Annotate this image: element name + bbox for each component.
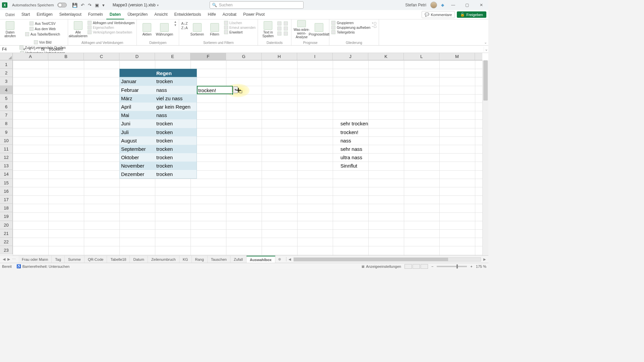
col-header[interactable]: B [48, 53, 84, 60]
table-row[interactable]: Januartrocken [119, 77, 197, 85]
camera-icon[interactable]: ▣ [95, 3, 99, 8]
sheet-nav-more-icon[interactable]: ⋯ [12, 257, 16, 261]
view-layout-icon[interactable] [413, 264, 420, 269]
row-header[interactable]: 15 [0, 179, 13, 187]
tab-formeln[interactable]: Formeln [85, 10, 106, 19]
diamond-icon[interactable]: ◆ [441, 3, 444, 7]
filename-label[interactable]: Mappe3 (version 1).xlsb▾ [113, 3, 159, 7]
minimize-button[interactable]: — [448, 3, 458, 7]
col-header[interactable]: L [404, 53, 439, 60]
ribbon-item[interactable]: Von Bild [34, 40, 52, 44]
flash-fill-icon[interactable] [277, 21, 281, 25]
selected-cell[interactable]: trocken! [197, 86, 233, 94]
table-row[interactable]: Junitrocken [119, 119, 197, 128]
row-header[interactable]: 3 [0, 77, 13, 85]
formula-input[interactable]: trocken! [47, 47, 484, 52]
tab-ansicht[interactable]: Ansicht [151, 10, 171, 19]
sort-button[interactable]: Sortieren [189, 20, 205, 39]
table-row[interactable]: Septembertrocken [119, 145, 197, 153]
tab-power pivot[interactable]: Power Pivot [240, 10, 268, 19]
currencies-button[interactable]: Währungen [156, 20, 172, 39]
sheet-tab[interactable]: Tauschen [208, 256, 230, 263]
row-header[interactable]: 20 [0, 221, 13, 229]
vertical-scrollbar[interactable] [482, 60, 488, 255]
row-header[interactable]: 17 [0, 195, 13, 204]
row-header[interactable]: 23 [0, 246, 13, 254]
row-header[interactable]: 7 [0, 111, 13, 119]
list-item[interactable]: sehr trocken [340, 119, 368, 128]
search-input[interactable]: 🔍 Suchen [210, 1, 304, 9]
accessibility-icon[interactable]: ♿ [16, 264, 21, 268]
splitter-icon[interactable]: ┆ [285, 257, 287, 261]
row-headers[interactable]: 1234567891011121314151617181920212223 [0, 60, 13, 255]
forecast-button[interactable]: Prognoseblatt [311, 20, 327, 39]
list-item[interactable]: trocken! [340, 128, 368, 136]
save-icon[interactable]: 💾 [72, 3, 77, 8]
row-header[interactable]: 1 [0, 60, 13, 69]
dropdown-handle-icon[interactable]: ▼ [233, 86, 238, 93]
sort-desc-icon[interactable]: Z↓A [181, 26, 188, 30]
share-button[interactable]: 🔓Freigeben [457, 11, 486, 18]
sheet-tab[interactable]: Zufall [230, 256, 247, 263]
select-all-corner[interactable] [0, 53, 13, 60]
row-header[interactable]: 8 [0, 119, 13, 128]
redo-icon[interactable]: ↷ [88, 3, 92, 8]
tab-entwicklertools[interactable]: Entwicklertools [171, 10, 205, 19]
row-header[interactable]: 21 [0, 229, 13, 238]
get-data-button[interactable]: Daten abrufen [2, 20, 18, 39]
ribbon-collapse-icon[interactable]: ⌄ [484, 40, 487, 45]
relations-icon[interactable] [277, 32, 281, 36]
sort-asc-icon[interactable]: A↓Z [181, 21, 188, 25]
col-header[interactable]: D [119, 53, 155, 60]
filter-button[interactable]: Filtern [207, 20, 223, 39]
col-header[interactable]: H [262, 53, 297, 60]
stocks-button[interactable]: Aktien [139, 20, 155, 39]
row-header[interactable]: 4 [0, 86, 13, 94]
row-header[interactable]: 18 [0, 204, 13, 212]
view-break-icon[interactable] [421, 264, 428, 269]
sheet-nav-next-icon[interactable]: ▶ [7, 257, 10, 261]
col-header[interactable]: M [439, 53, 475, 60]
sheet-tab[interactable]: Rang [192, 256, 208, 263]
ribbon-item[interactable]: Aus Text/CSV [30, 21, 56, 25]
status-accessibility[interactable]: Barrierefreiheit: Untersuchen [22, 264, 70, 268]
display-settings-label[interactable]: Anzeigeeinstellungen [366, 264, 401, 268]
col-header[interactable]: K [368, 53, 404, 60]
row-header[interactable]: 2 [0, 69, 13, 77]
tab-start[interactable]: Start [18, 10, 33, 19]
sheet-tab[interactable]: Datum [130, 256, 148, 263]
data-val-icon[interactable] [277, 26, 281, 31]
col-header[interactable]: A [13, 53, 48, 60]
ribbon-item[interactable]: Aus dem Web [30, 27, 56, 31]
table-row[interactable]: Oktobertrocken [119, 153, 197, 162]
text-to-columns-button[interactable]: Text in Spalten [260, 20, 276, 39]
row-header[interactable]: 6 [0, 103, 13, 111]
zoom-in-icon[interactable]: + [470, 264, 472, 268]
ribbon-item[interactable]: Abfragen und Verbindungen [88, 21, 135, 25]
ribbon-item[interactable]: Teilergebnis [331, 30, 370, 34]
new-sheet-button[interactable]: ⊕ [275, 257, 284, 261]
refresh-all-button[interactable]: Alle aktualisieren [70, 20, 86, 39]
data-model-icon[interactable] [284, 32, 288, 36]
list-item[interactable]: Sinnflut [340, 162, 368, 170]
username-label[interactable]: Stefan Petri [405, 3, 426, 7]
sheet-tab[interactable]: Tag [52, 256, 65, 263]
table-row[interactable]: Augusttrocken [119, 136, 197, 145]
row-header[interactable]: 22 [0, 238, 13, 246]
sheet-tab[interactable]: Auswahlbox [247, 256, 275, 263]
row-header[interactable]: 5 [0, 94, 13, 103]
sheet-tab[interactable]: Zeilenumbruch [148, 256, 179, 263]
sheet-nav-prev-icon[interactable]: ◀ [3, 257, 5, 261]
list-item[interactable]: sehr nass [340, 145, 368, 153]
list-item[interactable]: nass [340, 136, 368, 145]
row-header[interactable]: 10 [0, 136, 13, 145]
qat-more-icon[interactable]: ▾ [102, 3, 105, 8]
col-header[interactable]: C [84, 53, 119, 60]
col-header[interactable]: I [297, 53, 333, 60]
tab-file[interactable]: Datei [2, 10, 18, 19]
col-header[interactable]: J [333, 53, 368, 60]
table-row[interactable]: Novembertrocken [119, 162, 197, 170]
row-header[interactable]: 9 [0, 128, 13, 136]
col-header[interactable]: F [191, 53, 226, 60]
consolidate-icon[interactable] [284, 26, 288, 31]
